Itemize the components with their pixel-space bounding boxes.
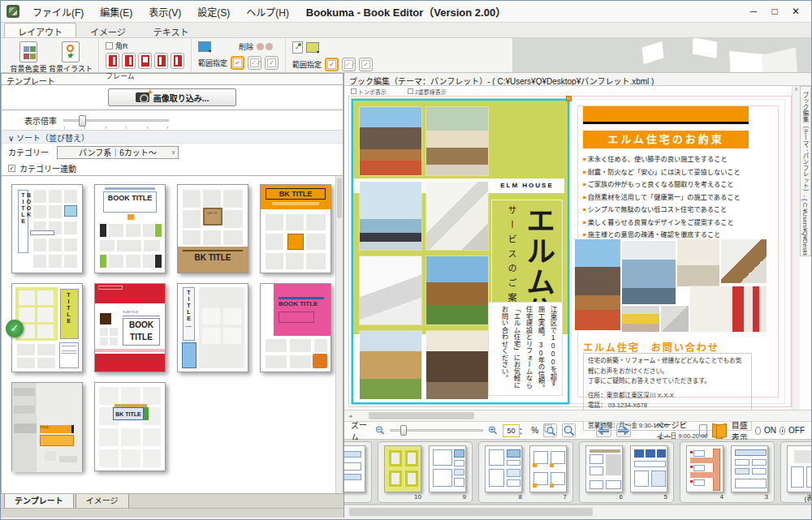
canvas-vertical-scrollbar[interactable]: ∧: [792, 86, 800, 410]
cover-photo-render[interactable]: [360, 256, 421, 324]
template-thumbnail-6[interactable]: SUBTITLE BOOK TITLE: [94, 283, 166, 372]
frame-style-5-button[interactable]: [171, 53, 184, 69]
cover-page[interactable]: ELM HOUSE サービスのご案内 エルム住宅 江東区で1000を超す施工実績…: [352, 99, 569, 404]
cover-photo-house2[interactable]: [360, 331, 421, 399]
collage-photo-plan[interactable]: [661, 306, 689, 332]
ruler-off-radio[interactable]: [780, 427, 785, 435]
ruler-on-radio[interactable]: [755, 427, 761, 435]
page-thumbnail-9[interactable]: [429, 445, 466, 492]
promise-header-block[interactable]: [583, 106, 749, 124]
template-thumbnail-10[interactable]: BK TITLE: [94, 382, 166, 471]
bg-range-single-button[interactable]: ✓: [325, 58, 339, 71]
menu-view[interactable]: 表示(V): [142, 2, 188, 21]
collage-photo-exterior[interactable]: [575, 239, 620, 330]
editor-canvas[interactable]: トンボ表示 2重罫線表示 ELM HOUSE: [344, 86, 811, 410]
category-link-checkbox[interactable]: カテゴリー連動: [2, 161, 343, 175]
zoom-area-button[interactable]: [543, 423, 557, 437]
template-thumbnail-2[interactable]: BOOK TITLE: [94, 184, 166, 273]
menu-edit[interactable]: 編集(E): [93, 2, 139, 21]
page-thumbnail-11[interactable]: [344, 445, 365, 492]
corner-r-checkbox[interactable]: 角R: [106, 41, 128, 51]
page-thumbnail-3[interactable]: [731, 445, 768, 492]
image-import-button[interactable]: 画像取り込み...: [108, 88, 236, 106]
cover-photo-bedroom[interactable]: [360, 182, 421, 250]
scale-slider-thumb[interactable]: [79, 115, 86, 127]
zoom-slider[interactable]: [390, 429, 482, 432]
maximize-button[interactable]: □: [766, 4, 784, 19]
contact-title[interactable]: エルム住宅 お問い合わせ: [583, 340, 719, 354]
template-thumbnail-9[interactable]: TITLE: [11, 382, 83, 471]
collage-photo-livingroom[interactable]: [690, 286, 767, 332]
tab-layout[interactable]: レイアウト: [4, 23, 76, 37]
tab-text[interactable]: テキスト: [140, 23, 203, 37]
delete-icon[interactable]: [257, 42, 273, 52]
cover-photo-house[interactable]: [360, 107, 421, 175]
page-thumbnail-2[interactable]: [787, 445, 811, 492]
frame-style-3-button[interactable]: [138, 53, 152, 69]
bg-color-swatch[interactable]: [306, 42, 319, 53]
frame-style-1-button[interactable]: [106, 53, 119, 69]
template-thumbnail-8[interactable]: BOOK TITLE: [260, 283, 331, 372]
cover-photo-dining[interactable]: [426, 107, 488, 175]
cover-photo-woodhouse[interactable]: [426, 256, 488, 324]
bg-illust-button[interactable]: ★ 背景イラスト: [50, 40, 92, 74]
tab-image[interactable]: イメージ: [76, 23, 140, 37]
promise-list[interactable]: ■末永く住める、使い勝手の良い施工をすること ■耐震・防火など「安心」には決して…: [583, 153, 755, 242]
page-thumbnail-5[interactable]: [630, 445, 667, 492]
page-thumbnail-10[interactable]: [384, 445, 421, 492]
cover-photo-blueprint[interactable]: [426, 182, 488, 250]
sort-header[interactable]: ∨ ソート（並び替え）: [2, 130, 343, 143]
collage-photo-worker[interactable]: [622, 306, 659, 332]
bg-range-all-button[interactable]: ✓: [359, 58, 373, 71]
cover-body-text[interactable]: 江東区で1000を超す施工実績。30年の信頼。住宅建設とリフォームなら「エルム住…: [488, 302, 563, 396]
cover-brand-label[interactable]: ELM HOUSE: [490, 178, 564, 193]
frame-style-4-button[interactable]: [154, 53, 168, 69]
bg-color-button[interactable]: 背景色変更: [7, 40, 50, 74]
range-select-all-button[interactable]: ✓: [265, 56, 279, 70]
collage-photo-bathroom[interactable]: [677, 239, 719, 286]
bottom-tab-template[interactable]: テンプレート: [4, 492, 74, 508]
page-thumbnail-7[interactable]: [529, 445, 567, 492]
page-thumbnail-8[interactable]: [485, 445, 522, 492]
frame-color-swatch[interactable]: [198, 41, 211, 52]
zoom-in-icon[interactable]: [488, 424, 498, 436]
menu-file[interactable]: ファイル(F): [26, 2, 90, 21]
double-rule-checkbox[interactable]: 2重罫線表示: [408, 88, 447, 96]
bg-range-multi-button[interactable]: ✓✓: [342, 58, 356, 71]
category-dropdown[interactable]: パンフ系｜6カット～: [57, 146, 179, 159]
bottom-tab-image[interactable]: イメージ: [76, 492, 129, 508]
cover-photo-kitchen[interactable]: [426, 331, 488, 399]
close-button[interactable]: ✕: [787, 4, 805, 19]
template-grid-scrollbar[interactable]: [335, 176, 343, 493]
zoom-out-icon[interactable]: [375, 424, 385, 436]
photo-collage[interactable]: [575, 239, 775, 333]
spread-view-icon[interactable]: [712, 424, 727, 437]
page-thumbnail-6[interactable]: [585, 445, 623, 492]
template-thumbnail-1[interactable]: BOOK TITLE: [11, 184, 83, 273]
menu-settings[interactable]: 設定(S): [191, 2, 236, 21]
thumbnail-strip-scrollbar[interactable]: [344, 505, 811, 518]
template-thumbnail-3[interactable]: CATCH BK TITLE: [177, 184, 248, 273]
book-edit-side-tab[interactable]: ブック編集（テーマ：パンフレット）- ( C:¥Users¥Q¥Desktop¥…: [800, 86, 811, 256]
bg-edit-icon[interactable]: [292, 41, 303, 54]
frame-style-2-button[interactable]: [122, 53, 136, 69]
thumbnail-scroll-thumb[interactable]: [349, 508, 593, 516]
template-thumbnail-7[interactable]: TITLE…: [177, 283, 248, 372]
scroll-thumb[interactable]: [369, 412, 474, 419]
template-thumbnail-4[interactable]: BK TITLE: [260, 184, 331, 273]
canvas-horizontal-scrollbar[interactable]: ◂: [344, 410, 811, 422]
crop-marks-checkbox[interactable]: トンボ表示: [351, 88, 387, 96]
selection-handle[interactable]: [566, 96, 572, 101]
content-page[interactable]: エルム住宅のお約束 ■末永く住める、使い勝手の良い施工をすること ■耐震・防火な…: [571, 99, 785, 404]
template-thumbnail-5-selected[interactable]: ✓ TITLE: [11, 283, 83, 372]
scroll-left-icon[interactable]: ◂: [346, 411, 355, 420]
zoom-value-input[interactable]: 50: [503, 424, 520, 437]
promise-title[interactable]: エルム住宅のお約束: [583, 131, 749, 148]
collage-photo-model[interactable]: [721, 239, 767, 283]
minimize-button[interactable]: ─: [745, 4, 762, 19]
range-select-multi-button[interactable]: ✓✓: [248, 56, 261, 70]
collage-photo-man[interactable]: [622, 241, 676, 304]
zoom-slider-thumb[interactable]: [400, 425, 407, 436]
scale-slider[interactable]: [63, 119, 169, 122]
zoom-fit-button[interactable]: [562, 423, 576, 437]
